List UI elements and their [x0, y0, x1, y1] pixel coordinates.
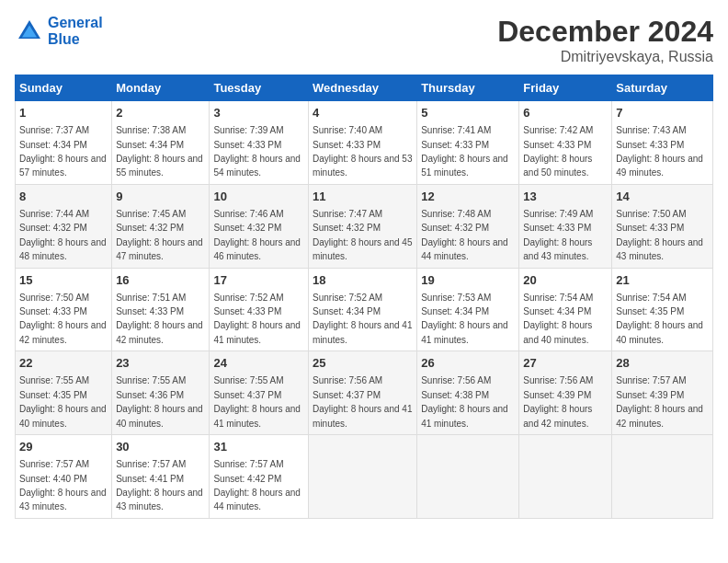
day-number: 2	[116, 105, 205, 121]
day-info: Sunrise: 7:49 AMSunset: 4:33 PMDaylight:…	[523, 209, 593, 261]
day-number: 14	[616, 189, 709, 205]
day-info: Sunrise: 7:57 AMSunset: 4:40 PMDaylight:…	[19, 459, 107, 511]
day-info: Sunrise: 7:48 AMSunset: 4:32 PMDaylight:…	[421, 209, 508, 261]
calendar-cell: 2Sunrise: 7:38 AMSunset: 4:34 PMDaylight…	[112, 101, 210, 185]
day-number: 23	[116, 355, 205, 372]
weekday-header-monday: Monday	[112, 75, 210, 101]
day-number: 15	[19, 272, 108, 289]
day-number: 20	[523, 272, 608, 289]
day-info: Sunrise: 7:37 AMSunset: 4:34 PMDaylight:…	[19, 125, 107, 178]
day-number: 29	[19, 439, 108, 455]
calendar-cell: 6Sunrise: 7:42 AMSunset: 4:33 PMDaylight…	[519, 101, 612, 185]
weekday-header-row: SundayMondayTuesdayWednesdayThursdayFrid…	[16, 75, 713, 101]
calendar-week-2: 8Sunrise: 7:44 AMSunset: 4:32 PMDaylight…	[16, 184, 713, 268]
weekday-header-saturday: Saturday	[612, 75, 713, 101]
day-info: Sunrise: 7:57 AMSunset: 4:42 PMDaylight:…	[213, 459, 301, 511]
calendar-cell: 1Sunrise: 7:37 AMSunset: 4:34 PMDaylight…	[16, 101, 112, 185]
calendar-cell: 15Sunrise: 7:50 AMSunset: 4:33 PMDayligh…	[16, 268, 112, 351]
day-info: Sunrise: 7:43 AMSunset: 4:33 PMDaylight:…	[616, 125, 703, 178]
day-number: 31	[213, 439, 304, 455]
calendar-cell: 8Sunrise: 7:44 AMSunset: 4:32 PMDaylight…	[16, 184, 112, 268]
calendar-cell: 25Sunrise: 7:56 AMSunset: 4:37 PMDayligh…	[309, 351, 417, 435]
calendar-cell: 3Sunrise: 7:39 AMSunset: 4:33 PMDaylight…	[210, 101, 309, 185]
day-number: 8	[19, 189, 108, 205]
calendar-cell: 21Sunrise: 7:54 AMSunset: 4:35 PMDayligh…	[612, 268, 713, 351]
weekday-header-sunday: Sunday	[16, 75, 112, 101]
calendar-week-5: 29Sunrise: 7:57 AMSunset: 4:40 PMDayligh…	[16, 435, 713, 519]
day-number: 12	[421, 189, 515, 205]
calendar-cell: 26Sunrise: 7:56 AMSunset: 4:38 PMDayligh…	[417, 351, 519, 435]
calendar-table: SundayMondayTuesdayWednesdayThursdayFrid…	[15, 75, 713, 519]
calendar-cell: 17Sunrise: 7:52 AMSunset: 4:33 PMDayligh…	[210, 268, 309, 351]
day-number: 17	[213, 272, 304, 289]
day-info: Sunrise: 7:42 AMSunset: 4:33 PMDaylight:…	[523, 125, 593, 178]
calendar-cell: 9Sunrise: 7:45 AMSunset: 4:32 PMDaylight…	[112, 184, 210, 268]
day-info: Sunrise: 7:56 AMSunset: 4:37 PMDaylight:…	[313, 375, 412, 428]
day-info: Sunrise: 7:52 AMSunset: 4:34 PMDaylight:…	[313, 293, 412, 345]
calendar-cell: 24Sunrise: 7:55 AMSunset: 4:37 PMDayligh…	[210, 351, 309, 435]
calendar-cell: 30Sunrise: 7:57 AMSunset: 4:41 PMDayligh…	[112, 435, 210, 519]
calendar-cell: 13Sunrise: 7:49 AMSunset: 4:33 PMDayligh…	[519, 184, 612, 268]
day-number: 30	[116, 439, 205, 455]
day-number: 22	[19, 355, 108, 372]
weekday-header-wednesday: Wednesday	[309, 75, 417, 101]
calendar-cell: 28Sunrise: 7:57 AMSunset: 4:39 PMDayligh…	[612, 351, 713, 435]
day-number: 26	[421, 355, 515, 372]
calendar-week-4: 22Sunrise: 7:55 AMSunset: 4:35 PMDayligh…	[16, 351, 713, 435]
calendar-cell: 10Sunrise: 7:46 AMSunset: 4:32 PMDayligh…	[210, 184, 309, 268]
day-info: Sunrise: 7:47 AMSunset: 4:32 PMDaylight:…	[313, 209, 412, 261]
calendar-cell: 19Sunrise: 7:53 AMSunset: 4:34 PMDayligh…	[417, 268, 519, 351]
calendar-cell: 11Sunrise: 7:47 AMSunset: 4:32 PMDayligh…	[309, 184, 417, 268]
day-number: 6	[523, 105, 608, 121]
month-title: December 2024	[497, 15, 713, 49]
day-number: 11	[313, 189, 413, 205]
day-info: Sunrise: 7:53 AMSunset: 4:34 PMDaylight:…	[421, 293, 508, 345]
day-info: Sunrise: 7:54 AMSunset: 4:34 PMDaylight:…	[523, 293, 593, 345]
logo-line1: General	[48, 15, 103, 30]
day-info: Sunrise: 7:38 AMSunset: 4:34 PMDaylight:…	[116, 125, 203, 178]
calendar-cell: 29Sunrise: 7:57 AMSunset: 4:40 PMDayligh…	[16, 435, 112, 519]
day-number: 16	[116, 272, 205, 289]
day-info: Sunrise: 7:46 AMSunset: 4:32 PMDaylight:…	[213, 209, 301, 261]
day-info: Sunrise: 7:56 AMSunset: 4:39 PMDaylight:…	[523, 375, 593, 428]
day-number: 4	[313, 105, 413, 121]
weekday-header-thursday: Thursday	[417, 75, 519, 101]
day-number: 5	[421, 105, 515, 121]
calendar-cell: 27Sunrise: 7:56 AMSunset: 4:39 PMDayligh…	[519, 351, 612, 435]
day-number: 19	[421, 272, 515, 289]
logo-line2: Blue	[48, 31, 80, 47]
day-info: Sunrise: 7:57 AMSunset: 4:41 PMDaylight:…	[116, 459, 203, 511]
calendar-cell: 16Sunrise: 7:51 AMSunset: 4:33 PMDayligh…	[112, 268, 210, 351]
weekday-header-friday: Friday	[519, 75, 612, 101]
day-number: 7	[616, 105, 709, 121]
day-info: Sunrise: 7:55 AMSunset: 4:37 PMDaylight:…	[213, 375, 301, 428]
day-info: Sunrise: 7:51 AMSunset: 4:33 PMDaylight:…	[116, 293, 203, 345]
day-info: Sunrise: 7:55 AMSunset: 4:36 PMDaylight:…	[116, 375, 203, 428]
day-info: Sunrise: 7:40 AMSunset: 4:33 PMDaylight:…	[313, 125, 412, 178]
day-info: Sunrise: 7:50 AMSunset: 4:33 PMDaylight:…	[616, 209, 703, 261]
calendar-cell	[519, 435, 612, 519]
calendar-cell: 18Sunrise: 7:52 AMSunset: 4:34 PMDayligh…	[309, 268, 417, 351]
day-info: Sunrise: 7:55 AMSunset: 4:35 PMDaylight:…	[19, 375, 107, 428]
day-info: Sunrise: 7:52 AMSunset: 4:33 PMDaylight:…	[213, 293, 301, 345]
calendar-cell	[309, 435, 417, 519]
calendar-cell: 5Sunrise: 7:41 AMSunset: 4:33 PMDaylight…	[417, 101, 519, 185]
day-info: Sunrise: 7:50 AMSunset: 4:33 PMDaylight:…	[19, 293, 107, 345]
calendar-week-1: 1Sunrise: 7:37 AMSunset: 4:34 PMDaylight…	[16, 101, 713, 185]
day-info: Sunrise: 7:41 AMSunset: 4:33 PMDaylight:…	[421, 125, 508, 178]
day-info: Sunrise: 7:56 AMSunset: 4:38 PMDaylight:…	[421, 375, 508, 428]
calendar-cell: 23Sunrise: 7:55 AMSunset: 4:36 PMDayligh…	[112, 351, 210, 435]
day-number: 1	[19, 105, 108, 121]
calendar-cell: 7Sunrise: 7:43 AMSunset: 4:33 PMDaylight…	[612, 101, 713, 185]
calendar-cell: 20Sunrise: 7:54 AMSunset: 4:34 PMDayligh…	[519, 268, 612, 351]
location-title: Dmitriyevskaya, Russia	[497, 49, 713, 65]
day-number: 28	[616, 355, 709, 372]
day-number: 3	[213, 105, 304, 121]
day-number: 25	[313, 355, 413, 372]
page-header: General Blue December 2024 Dmitriyevskay…	[15, 15, 713, 65]
title-block: December 2024 Dmitriyevskaya, Russia	[497, 15, 713, 65]
calendar-cell	[417, 435, 519, 519]
logo-text: General Blue	[48, 15, 103, 47]
calendar-cell: 22Sunrise: 7:55 AMSunset: 4:35 PMDayligh…	[16, 351, 112, 435]
calendar-cell: 12Sunrise: 7:48 AMSunset: 4:32 PMDayligh…	[417, 184, 519, 268]
